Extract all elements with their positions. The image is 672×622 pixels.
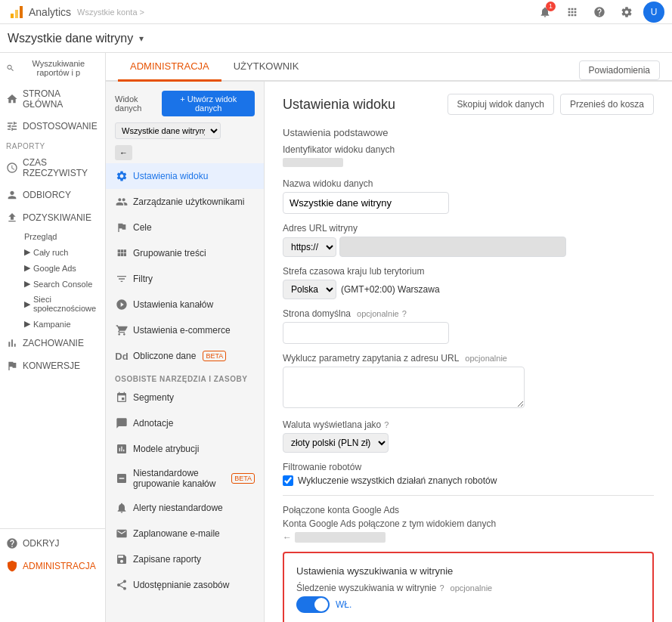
sidebar-item-all-traffic[interactable]: ▶Cały ruch bbox=[18, 244, 105, 260]
menu-item-custom-alerts[interactable]: Alerty niestandardowe bbox=[106, 495, 264, 521]
sidebar-item-home[interactable]: STRONA GŁÓWNA bbox=[0, 83, 105, 115]
menu-item-users[interactable]: Zarządzanie użytkownikami bbox=[106, 189, 264, 215]
menu-attribution-label: Modele atrybucji bbox=[133, 444, 199, 454]
clock-icon bbox=[6, 162, 18, 174]
sidebar-item-campaigns[interactable]: ▶Kampanie bbox=[18, 316, 105, 332]
create-view-button[interactable]: + Utwórz widok danych bbox=[162, 91, 255, 116]
default-page-info-icon[interactable]: ? bbox=[402, 309, 407, 318]
flag-icon bbox=[6, 360, 18, 372]
topbar-row1: Analytics Wszystkie konta > 1 U bbox=[0, 0, 672, 24]
sidebar-item-discover[interactable]: ODKRYJ bbox=[0, 532, 105, 555]
menu-item-segments[interactable]: Segmenty bbox=[106, 385, 264, 410]
back-button[interactable]: ← bbox=[115, 145, 132, 160]
copy-view-button[interactable]: Skopiuj widok danych bbox=[447, 94, 554, 115]
sidebar-item-search-console[interactable]: ▶Search Console bbox=[18, 276, 105, 292]
connected-ads-label: Konta Google Ads połączone z tym widokie… bbox=[283, 518, 654, 529]
sidebar-item-behavior[interactable]: ZACHOWANIE bbox=[0, 332, 105, 354]
search-tracking-label: Śledzenie wyszukiwania w witrynie ? opcj… bbox=[296, 583, 640, 593]
saved-menu-icon bbox=[115, 552, 129, 566]
menu-item-share-assets[interactable]: Udostępnianie zasobów bbox=[106, 572, 264, 598]
alert-menu-icon bbox=[115, 501, 129, 515]
search-reports-button[interactable]: Wyszukiwanie raportów i p bbox=[6, 59, 99, 77]
sidebar-acquisition-label: POZYSKIWANIE bbox=[23, 212, 91, 223]
sidebar-item-overview[interactable]: Przegląd bbox=[18, 229, 105, 244]
search-tracking-info-icon[interactable]: ? bbox=[439, 583, 444, 593]
default-page-input[interactable] bbox=[283, 322, 449, 344]
sidebar-item-conversions[interactable]: KONWERSJE bbox=[0, 354, 105, 377]
connected-ads-value: ← bbox=[283, 532, 654, 543]
menu-item-attribution[interactable]: Modele atrybucji bbox=[106, 436, 264, 462]
notification-badge: 1 bbox=[546, 2, 556, 11]
search-tracking-toggle[interactable] bbox=[296, 596, 330, 613]
menu-item-channel-settings[interactable]: Ustawienia kanałów bbox=[106, 292, 264, 317]
tune-icon bbox=[6, 120, 18, 132]
help-button[interactable] bbox=[589, 2, 610, 23]
menu-item-view-settings[interactable]: Ustawienia widoku bbox=[106, 163, 264, 189]
menu-filters-label: Filtry bbox=[133, 274, 153, 284]
view-select[interactable]: Wszystkie dane witryny bbox=[115, 122, 221, 139]
notifications-button[interactable]: Powiadomienia bbox=[579, 60, 660, 80]
main-layout: Wyszukiwanie raportów i p STRONA GŁÓWNA … bbox=[0, 53, 672, 622]
menu-item-calculated-metrics[interactable]: Dd Obliczone dane BETA bbox=[106, 343, 264, 369]
menu-emails-label: Zaplanowane e-maile bbox=[133, 528, 220, 539]
sidebar-item-customize[interactable]: DOSTOSOWANIE bbox=[0, 115, 105, 138]
default-page-optional: opcjonalnie bbox=[357, 309, 399, 318]
menu-item-scheduled-emails[interactable]: Zaplanowane e-maile bbox=[106, 521, 264, 546]
url-input[interactable] bbox=[339, 237, 566, 257]
delete-view-button[interactable]: Przenieś do kosza bbox=[560, 94, 654, 115]
view-id-label: Identyfikator widoku danych bbox=[283, 144, 654, 155]
flag-menu-icon bbox=[115, 221, 129, 234]
sidebar-search-section: Wyszukiwanie raportów i p bbox=[0, 53, 105, 83]
settings-button[interactable] bbox=[616, 2, 637, 23]
sidebar-item-audience[interactable]: ODBIORCY bbox=[0, 184, 105, 206]
menu-segments-label: Segmenty bbox=[133, 392, 174, 403]
sidebar-item-admin[interactable]: ADMINISTRACJA bbox=[0, 555, 105, 577]
sidebar-campaigns-label: Kampanie bbox=[33, 320, 71, 329]
tab-administration[interactable]: ADMINISTRACJA bbox=[118, 53, 221, 82]
sidebar-overview-label: Przegląd bbox=[24, 232, 57, 241]
menu-item-content-grouping[interactable]: Grupowanie treści bbox=[106, 240, 264, 266]
beta-badge-2: BETA bbox=[231, 473, 255, 484]
menu-item-custom-channel-grouping[interactable]: Niestandardowe grupowanie kanałów BETA bbox=[106, 462, 264, 495]
analytics-logo-icon bbox=[8, 3, 26, 21]
sidebar-item-realtime[interactable]: CZAS RZECZYWISTY bbox=[0, 152, 105, 184]
menu-item-filters[interactable]: Filtry bbox=[106, 266, 264, 292]
notifications-bell-button[interactable]: 1 bbox=[534, 2, 556, 23]
menu-item-annotations[interactable]: Adnotacje bbox=[106, 410, 264, 436]
menu-custom-channel-label: Niestandardowe grupowanie kanałów bbox=[133, 468, 225, 489]
sidebar-admin-label: ADMINISTRACJA bbox=[23, 561, 96, 571]
home-icon bbox=[6, 93, 18, 105]
menu-users-label: Zarządzanie użytkownikami bbox=[133, 197, 244, 207]
view-name-input[interactable] bbox=[283, 192, 449, 214]
url-protocol-select[interactable]: https:// bbox=[283, 237, 336, 257]
apps-grid-button[interactable] bbox=[562, 2, 583, 23]
currency-info-icon[interactable]: ? bbox=[384, 420, 389, 429]
grid-menu-icon bbox=[115, 246, 129, 260]
chevron-icon-3: ▶ bbox=[24, 279, 30, 289]
menu-ecommerce-label: Ustawienia e-commerce bbox=[133, 325, 231, 336]
sidebar-item-social[interactable]: ▶Sieci społecznościowe bbox=[18, 292, 105, 316]
search-toggle-row: WŁ. bbox=[296, 596, 640, 613]
timezone-country-select[interactable]: Polska bbox=[283, 280, 336, 299]
view-id-value bbox=[283, 158, 654, 169]
admin-tabs: ADMINISTRACJA UŻYTKOWNIK Powiadomienia bbox=[106, 53, 672, 82]
sidebar-realtime-label: CZAS RZECZYWISTY bbox=[23, 157, 99, 178]
content-area: Widok danych + Utwórz widok danych Wszys… bbox=[106, 82, 672, 622]
site-search-title: Ustawienia wyszukiwania w witrynie bbox=[296, 565, 640, 577]
breadcrumb-separator: Wszystkie konta > bbox=[77, 8, 144, 17]
share-menu-icon bbox=[115, 578, 129, 592]
sidebar-item-acquisition[interactable]: POZYSKIWANIE bbox=[0, 206, 105, 229]
menu-item-goals[interactable]: Cele bbox=[106, 215, 264, 240]
menu-item-ecommerce[interactable]: Ustawienia e-commerce bbox=[106, 317, 264, 343]
avatar[interactable]: U bbox=[643, 2, 664, 23]
menu-item-saved-reports[interactable]: Zapisane raporty bbox=[106, 546, 264, 572]
tab-user[interactable]: UŻYTKOWNIK bbox=[221, 53, 311, 82]
exclude-params-optional: opcjonalnie bbox=[465, 354, 507, 363]
sidebar-item-google-ads[interactable]: ▶Google Ads bbox=[18, 260, 105, 276]
property-dropdown-icon[interactable]: ▾ bbox=[139, 33, 144, 44]
filter-bots-checkbox[interactable] bbox=[283, 475, 293, 486]
menu-alerts-label: Alerty niestandardowe bbox=[133, 503, 223, 513]
menu-calculated-label: Obliczone dane bbox=[133, 351, 196, 361]
exclude-params-textarea[interactable] bbox=[283, 367, 525, 408]
currency-select[interactable]: złoty polski (PLN zł) bbox=[283, 433, 389, 453]
